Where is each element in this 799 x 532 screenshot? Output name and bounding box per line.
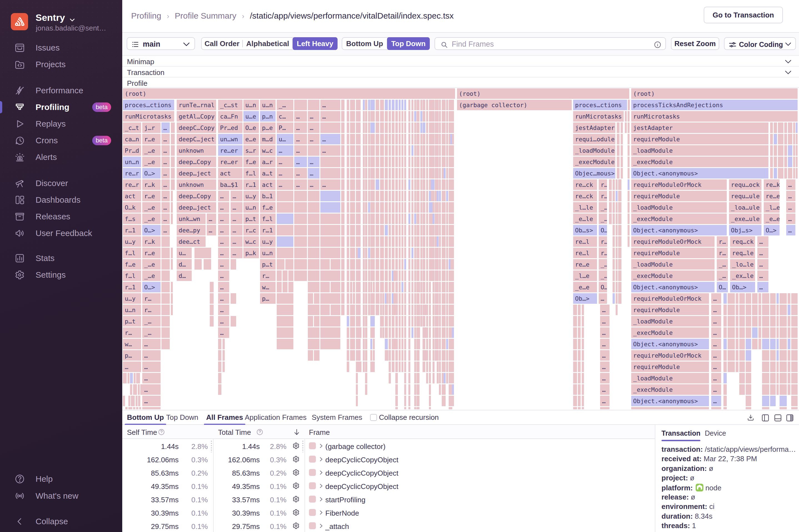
flame-frame[interactable] [429, 282, 431, 292]
flame-frame[interactable] [308, 100, 319, 110]
flame-frame[interactable] [376, 168, 379, 178]
flame-frame-fl[interactable]: f…l [243, 168, 259, 178]
sidebar-item-dashboards[interactable]: Dashboards [0, 192, 122, 208]
flame-frame-[interactable]: … [218, 305, 229, 315]
flame-frame[interactable] [395, 111, 398, 121]
flame-frame[interactable] [432, 122, 434, 133]
flame-frame[interactable] [341, 134, 345, 145]
flame-frame[interactable] [356, 134, 358, 145]
flame-frame[interactable] [341, 213, 345, 224]
flame-frame[interactable] [294, 225, 307, 235]
flame-frame[interactable] [758, 339, 761, 349]
flame-frame[interactable] [358, 111, 360, 121]
flame-frame[interactable] [411, 111, 413, 121]
flame-frame[interactable] [380, 236, 384, 247]
flame-frame[interactable] [404, 225, 406, 235]
flame-frame[interactable] [429, 305, 431, 315]
flame-frame[interactable] [308, 339, 319, 349]
flame-frame[interactable] [778, 145, 783, 156]
flame-frame[interactable] [739, 305, 745, 315]
flame-frame[interactable] [347, 339, 349, 349]
flame-frame[interactable] [411, 157, 413, 167]
flame-frame[interactable] [432, 145, 434, 156]
flame-frame[interactable] [408, 213, 410, 224]
table-row[interactable]: 1.44s2.8%1.44s2.8%(garbage collector) [122, 439, 655, 453]
flame-frame[interactable] [358, 259, 360, 270]
flame-frame[interactable] [350, 145, 355, 156]
flame-frame[interactable] [442, 384, 444, 395]
flame-frame[interactable] [365, 339, 367, 349]
flame-frame[interactable] [426, 179, 428, 190]
flame-frame-runMicrotasks[interactable]: runMicrotasks [573, 111, 624, 121]
flame-frame[interactable] [404, 248, 406, 258]
flame-frame-deepCCopy[interactable]: deepC…Copy [177, 122, 216, 133]
flame-frame[interactable] [437, 122, 439, 133]
flame-frame[interactable] [347, 157, 349, 167]
flame-frame-pt[interactable]: p…t [123, 316, 141, 326]
flame-frame-_le[interactable]: _l…e [573, 270, 597, 281]
flame-frame[interactable] [347, 213, 349, 224]
flame-frame[interactable] [784, 157, 787, 167]
flame-frame[interactable] [616, 293, 618, 304]
flame-frame[interactable] [426, 111, 428, 121]
flame-frame[interactable] [373, 339, 375, 349]
flame-frame[interactable] [426, 100, 428, 110]
flame-frame-r1[interactable]: r…1 [260, 225, 276, 235]
flame-frame[interactable] [389, 270, 391, 281]
flame-frame[interactable] [616, 259, 618, 270]
flame-frame-[interactable]: … [600, 327, 610, 338]
flame-frame[interactable] [414, 202, 416, 213]
flame-frame-[interactable]: … [142, 384, 161, 395]
flame-frame[interactable] [616, 202, 618, 213]
flame-frame[interactable] [452, 202, 454, 213]
flame-frame[interactable] [762, 316, 769, 326]
flame-frame[interactable] [752, 316, 758, 326]
flame-frame[interactable] [420, 225, 422, 235]
flame-frame[interactable] [365, 373, 367, 383]
flame-frame[interactable] [370, 100, 375, 110]
flame-frame[interactable] [308, 225, 319, 235]
flame-frame[interactable] [368, 248, 370, 258]
flame-frame[interactable] [423, 293, 425, 304]
flame-frame[interactable] [380, 100, 384, 110]
flame-frame[interactable] [446, 282, 448, 292]
flame-frame-(root)[interactable]: (root) [631, 88, 798, 99]
flame-frame-[interactable]: … [230, 236, 243, 247]
flame-frame[interactable] [294, 213, 307, 224]
flame-frame[interactable] [399, 122, 401, 133]
flame-frame[interactable] [739, 350, 745, 361]
flame-frame-[interactable]: … [277, 168, 293, 178]
flame-frame[interactable] [437, 350, 439, 361]
flame-frame[interactable] [582, 316, 584, 326]
flame-frame[interactable] [404, 168, 406, 178]
flame-frame[interactable] [128, 407, 132, 409]
flame-frame[interactable] [365, 168, 367, 178]
flame-frame[interactable] [404, 134, 406, 145]
flame-frame-[interactable]: … [294, 145, 307, 156]
flame-frame[interactable] [389, 259, 391, 270]
flame-frame[interactable] [162, 282, 170, 292]
flame-frame[interactable] [411, 305, 413, 315]
flame-frame[interactable] [796, 122, 798, 133]
flame-frame[interactable] [787, 373, 791, 383]
flame-frame[interactable] [578, 384, 581, 395]
flame-frame[interactable] [414, 179, 416, 190]
flame-frame[interactable] [788, 168, 792, 178]
flame-frame-w[interactable]: w… [123, 339, 141, 349]
flame-frame[interactable] [404, 327, 406, 338]
flame-frame[interactable] [350, 236, 355, 247]
flame-frame[interactable] [404, 396, 406, 406]
flame-frame-[interactable]: … [162, 134, 170, 145]
flame-frame[interactable] [423, 248, 425, 258]
flame-frame[interactable] [429, 145, 431, 156]
flame-frame[interactable] [356, 350, 358, 361]
flame-frame[interactable] [408, 122, 410, 133]
flame-frame[interactable] [320, 339, 340, 349]
flame-frame[interactable] [613, 236, 615, 247]
flame-frame[interactable] [408, 350, 410, 361]
flame-frame[interactable] [416, 157, 420, 167]
flame-frame[interactable] [582, 362, 584, 372]
flame-frame[interactable] [423, 111, 425, 121]
flame-frame[interactable] [429, 122, 431, 133]
flame-frame[interactable] [770, 145, 773, 156]
